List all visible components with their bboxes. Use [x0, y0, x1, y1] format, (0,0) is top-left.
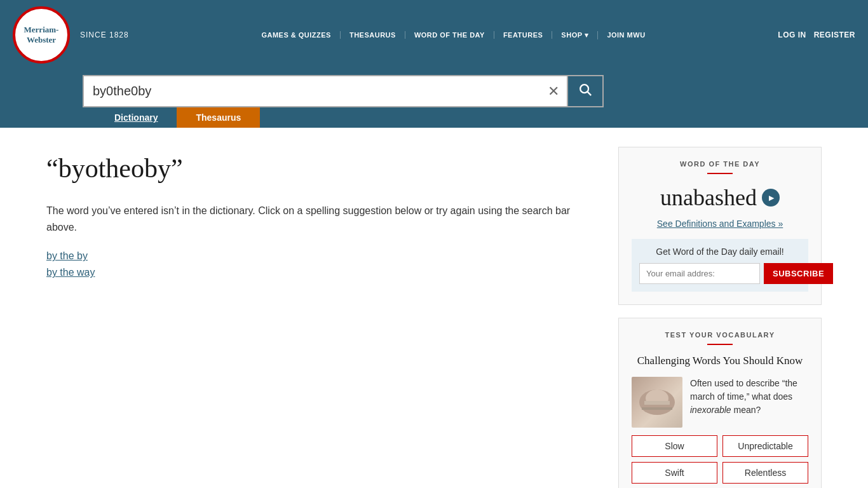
nav-thesaurus[interactable]: THESAURUS: [341, 31, 405, 39]
svg-rect-6: [642, 407, 672, 410]
content-area: “byotheoby” The word you’ve entered isn’…: [46, 147, 599, 488]
choice-slow[interactable]: Slow: [632, 435, 717, 457]
vocab-label: TEST YOUR VOCABULARY: [632, 331, 808, 339]
logo[interactable]: Merriam-Webster: [13, 6, 70, 64]
subscribe-button[interactable]: SUBSCRIBE: [764, 263, 833, 284]
search-form: ✕: [83, 75, 604, 107]
choice-unpredictable[interactable]: Unpredictable: [722, 435, 808, 457]
suggestion-by-the-by[interactable]: by the by: [46, 250, 599, 262]
vocab-title: Challenging Words You Should Know: [632, 354, 808, 368]
email-promo-area: Get Word of the Day daily email! SUBSCRI…: [632, 239, 808, 292]
vocab-choices: Slow Unpredictable Swift Relentless: [632, 435, 808, 484]
tab-dictionary[interactable]: Dictionary: [95, 107, 177, 128]
wotd-widget: WORD OF THE DAY unabashed See Definition…: [618, 147, 822, 305]
register-link[interactable]: REGISTER: [814, 30, 855, 39]
search-input[interactable]: [84, 79, 540, 104]
main-nav: GAMES & QUIZZES THESAURUS WORD OF THE DA…: [129, 31, 778, 39]
vocab-image: [632, 377, 682, 428]
login-link[interactable]: LOG IN: [778, 30, 806, 39]
vocab-description: Often used to describe “the march of tim…: [690, 377, 808, 417]
search-button[interactable]: [567, 76, 602, 106]
svg-line-1: [588, 92, 592, 96]
email-form: SUBSCRIBE: [639, 263, 801, 284]
vocab-row-1: Slow Unpredictable: [632, 435, 808, 457]
search-icon: [578, 83, 592, 97]
page-title: “byotheoby”: [46, 153, 599, 184]
nav-games-quizzes[interactable]: GAMES & QUIZZES: [252, 31, 341, 39]
not-found-message: The word you’ve entered isn’t in the dic…: [46, 203, 599, 235]
vocabulary-widget: TEST YOUR VOCABULARY Challenging Words Y…: [618, 318, 822, 488]
nav-word-of-day[interactable]: WORD OF THE DAY: [405, 31, 494, 39]
wotd-word: unabashed: [632, 184, 808, 211]
search-clear-icon[interactable]: ✕: [540, 83, 567, 100]
vocab-row-2: Swift Relentless: [632, 462, 808, 484]
nav-features[interactable]: FEATURES: [494, 31, 552, 39]
main-content: “byotheoby” The word you’ve entered isn’…: [34, 128, 834, 488]
logo-text: Merriam-Webster: [24, 25, 59, 44]
choice-swift[interactable]: Swift: [632, 462, 717, 484]
wotd-definitions-link[interactable]: See Definitions and Examples »: [632, 219, 808, 229]
nav-join[interactable]: JOIN MWU: [598, 31, 654, 39]
vocab-italic-word: inexorable: [690, 405, 731, 415]
audio-button[interactable]: [762, 189, 780, 207]
wotd-label: WORD OF THE DAY: [632, 160, 808, 168]
tab-thesaurus[interactable]: Thesaurus: [177, 107, 260, 128]
nav-shop[interactable]: SHOP ▾: [552, 31, 598, 39]
vocab-divider: [707, 344, 733, 345]
svg-point-0: [580, 85, 588, 93]
wotd-divider: [707, 173, 733, 174]
sidebar: WORD OF THE DAY unabashed See Definition…: [618, 147, 822, 488]
vocab-desc-before: Often used to describe “the march of tim…: [690, 378, 797, 402]
vocab-image-svg: [638, 383, 676, 421]
vocab-desc-after: mean?: [731, 405, 761, 415]
email-promo-text: Get Word of the Day daily email!: [639, 247, 801, 257]
choice-relentless[interactable]: Relentless: [722, 462, 808, 484]
suggestion-by-the-way[interactable]: by the way: [46, 267, 599, 278]
email-input[interactable]: [639, 263, 760, 284]
wotd-word-text: unabashed: [660, 184, 757, 211]
since-label: SINCE 1828: [80, 30, 129, 39]
auth-links: LOG IN REGISTER: [778, 30, 855, 39]
